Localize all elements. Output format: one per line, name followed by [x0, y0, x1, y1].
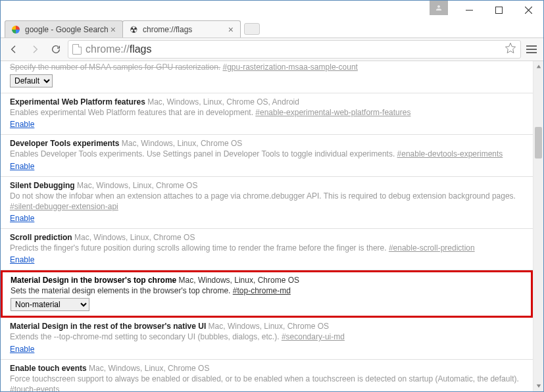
- flag-action-link[interactable]: Enable: [10, 345, 34, 354]
- svg-rect-1: [496, 7, 503, 13]
- flag-scroll-prediction: Scroll prediction Mac, Windows, Linux, C…: [1, 229, 533, 270]
- page-icon: [72, 44, 82, 55]
- tab-strip: google - Google Search × chrome://flags …: [1, 19, 543, 37]
- flag-hash-link[interactable]: #enable-devtools-experiments: [397, 149, 503, 159]
- flag-devtools-experiments: Developer Tools experiments Mac, Windows…: [1, 135, 533, 176]
- window-maximize-button[interactable]: [484, 1, 514, 19]
- flag-hash-link[interactable]: #secondary-ui-md: [282, 332, 345, 341]
- window-titlebar: [1, 1, 543, 19]
- tab-title: google - Google Search: [25, 25, 109, 34]
- svg-marker-4: [506, 43, 516, 53]
- bookmark-star-icon[interactable]: [505, 42, 516, 57]
- radiation-favicon-icon: [128, 24, 139, 35]
- flag-touch-events: Enable touch events Mac, Windows, Linux,…: [1, 360, 533, 392]
- flags-list: Specify the number of MSAA samples for G…: [1, 62, 533, 391]
- flag-hash-link[interactable]: #top-chrome-md: [233, 286, 291, 295]
- flag-action-link[interactable]: Enable: [10, 255, 34, 264]
- scroll-down-icon[interactable]: [533, 381, 543, 391]
- scroll-up-icon[interactable]: [533, 61, 543, 72]
- address-bar[interactable]: chrome://flags: [68, 40, 521, 59]
- flag-msaa: Specify the number of MSAA samples for G…: [1, 62, 533, 93]
- window-close-button[interactable]: [514, 1, 543, 19]
- new-tab-button[interactable]: [244, 23, 260, 35]
- flag-experimental-web-platform: Experimental Web Platform features Mac, …: [1, 93, 533, 135]
- flag-action-link[interactable]: Enable: [10, 214, 34, 223]
- page-content: Specify the number of MSAA samples for G…: [1, 61, 543, 391]
- window-minimize-button[interactable]: [455, 1, 484, 19]
- tab-close-icon[interactable]: ×: [227, 24, 235, 35]
- scrollbar-thumb[interactable]: [535, 127, 542, 159]
- flag-top-chrome-md: Material Design in the browser's top chr…: [1, 270, 533, 318]
- tab-google-search[interactable]: google - Google Search ×: [5, 20, 123, 37]
- back-button[interactable]: [5, 40, 23, 59]
- url-text: chrome://flags: [86, 43, 151, 55]
- flag-action-link[interactable]: Enable: [10, 162, 34, 171]
- flag-hash-link[interactable]: #gpu-rasterization-msaa-sample-count: [222, 62, 357, 72]
- hamburger-menu-button[interactable]: [524, 45, 539, 53]
- scrollbar[interactable]: [533, 61, 543, 391]
- flag-action-link[interactable]: Enable: [10, 120, 34, 129]
- svg-marker-5: [536, 65, 540, 68]
- flag-hash-link[interactable]: #enable-experimental-web-platform-featur…: [255, 108, 410, 117]
- flag-select[interactable]: Default: [10, 74, 53, 87]
- flag-silent-debugging: Silent Debugging Mac, Windows, Linux, Ch…: [1, 177, 533, 229]
- flag-hash-link[interactable]: #touch-events: [10, 385, 59, 391]
- profile-badge[interactable]: [430, 1, 448, 15]
- tab-close-icon[interactable]: ×: [109, 24, 117, 35]
- browser-toolbar: chrome://flags: [1, 37, 543, 61]
- flag-hash-link[interactable]: #silent-debugger-extension-api: [10, 202, 118, 211]
- forward-button[interactable]: [26, 40, 44, 59]
- tab-chrome-flags[interactable]: chrome://flags ×: [122, 20, 241, 37]
- tab-title: chrome://flags: [143, 25, 227, 34]
- flag-select[interactable]: Non-material: [11, 298, 89, 311]
- reload-button[interactable]: [47, 40, 65, 59]
- flag-hash-link[interactable]: #enable-scroll-prediction: [389, 243, 475, 253]
- google-favicon-icon: [12, 26, 20, 34]
- flag-secondary-ui-md: Material Design in the rest of the brows…: [1, 318, 533, 359]
- svg-marker-6: [536, 385, 540, 388]
